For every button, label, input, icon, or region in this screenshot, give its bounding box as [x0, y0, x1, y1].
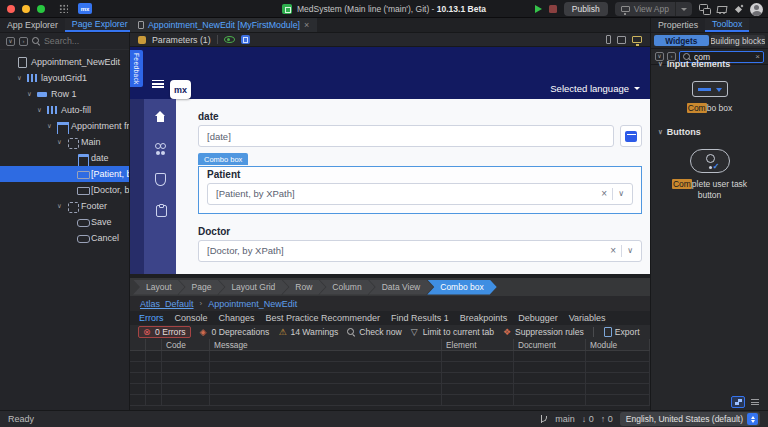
branch-name[interactable]: main: [555, 414, 575, 424]
tree-item[interactable]: Footer: [0, 198, 129, 214]
chevron-down-icon[interactable]: [26, 90, 33, 98]
user-avatar[interactable]: [750, 3, 763, 16]
phone-view-icon[interactable]: [606, 35, 611, 44]
explorer-tab[interactable]: Page Explorer: [65, 18, 135, 32]
language-selector[interactable]: Selected language: [550, 83, 640, 94]
tree-item[interactable]: date: [0, 150, 129, 166]
tree-item[interactable]: Appointment from page param: [0, 118, 129, 134]
tablet-view-icon[interactable]: [617, 36, 626, 44]
chevron-down-icon[interactable]: ∨: [627, 246, 633, 255]
collapse-all-icon[interactable]: ∨: [6, 37, 15, 46]
breadcrumb-chip[interactable]: Column: [319, 280, 374, 295]
column-header[interactable]: [130, 339, 146, 350]
xray-mode-icon[interactable]: [241, 35, 250, 44]
breadcrumb-chip[interactable]: Page: [179, 280, 225, 295]
chevron-down-icon[interactable]: ∨: [658, 128, 663, 136]
column-header[interactable]: [146, 339, 162, 350]
clipboard-icon[interactable]: [154, 204, 167, 216]
tree-item[interactable]: [Doctor, by Database]: [0, 182, 129, 198]
feedback-icon[interactable]: [699, 4, 710, 14]
list-view-toggle[interactable]: [748, 396, 762, 408]
toolbox-widget[interactable]: Complete user task button: [656, 139, 763, 207]
desktop-view-icon[interactable]: [632, 36, 642, 43]
filter-button[interactable]: Check now: [347, 327, 402, 337]
tree-item[interactable]: layoutGrid1: [0, 70, 129, 86]
chevron-down-icon[interactable]: ∨: [618, 189, 624, 198]
outgoing-commits[interactable]: ↑ 0: [601, 414, 613, 424]
column-header[interactable]: Module: [586, 339, 650, 350]
chevron-down-icon[interactable]: [16, 74, 23, 82]
tree-item[interactable]: Cancel: [0, 230, 129, 246]
people-icon[interactable]: [154, 142, 167, 154]
language-select[interactable]: English, United States (default): [620, 412, 760, 426]
tree-item[interactable]: Main: [0, 134, 129, 150]
feedback-tab[interactable]: Feedback: [130, 50, 143, 87]
filter-button[interactable]: Export: [593, 327, 640, 337]
publish-button[interactable]: Publish: [564, 2, 608, 16]
shield-icon[interactable]: [154, 173, 167, 185]
chevron-down-icon[interactable]: [36, 106, 43, 114]
stop-button[interactable]: [549, 5, 557, 13]
chevron-down-icon[interactable]: [56, 202, 63, 210]
view-app-button[interactable]: View App: [615, 2, 692, 16]
dock-tab[interactable]: Variables: [569, 313, 606, 323]
toolbox-subtab[interactable]: Widgets: [654, 35, 709, 46]
tree-item[interactable]: Appointment_NewEdit: [0, 54, 129, 70]
chevron-down-icon[interactable]: [46, 122, 53, 130]
document-tab[interactable]: Appointment_NewEdit [MyFirstModule] ×: [130, 18, 317, 32]
close-window-button[interactable]: [7, 5, 15, 13]
filter-button[interactable]: Limit to current tab: [411, 327, 494, 337]
tree-item[interactable]: Row 1: [0, 86, 129, 102]
chevron-down-icon[interactable]: ∨: [658, 60, 663, 68]
preview-eye-icon[interactable]: [224, 36, 235, 43]
breadcrumb-chip[interactable]: Layout: [133, 280, 185, 295]
clear-icon[interactable]: ×: [601, 188, 607, 199]
column-header[interactable]: Element: [442, 339, 514, 350]
grid-view-toggle[interactable]: [731, 396, 745, 408]
panel-tab[interactable]: Properties: [651, 18, 705, 32]
home-icon[interactable]: [154, 111, 167, 123]
close-tab-icon[interactable]: ×: [304, 20, 309, 30]
dock-tab[interactable]: Errors: [139, 313, 164, 323]
breadcrumb-chip[interactable]: Layout Grid: [218, 280, 288, 295]
dock-tab[interactable]: Console: [175, 313, 208, 323]
dock-tab[interactable]: Debugger: [518, 313, 558, 323]
patient-combobox[interactable]: [Patient, by XPath] ×∨: [207, 183, 633, 205]
app-launcher-icon[interactable]: [59, 4, 68, 13]
view-app-dropdown[interactable]: [675, 2, 692, 16]
filter-button[interactable]: 0 Deprecations: [200, 327, 270, 337]
dock-tab[interactable]: Find Results 1: [391, 313, 449, 323]
fullscreen-window-button[interactable]: [37, 5, 45, 13]
date-picker-button[interactable]: [620, 125, 642, 147]
filter-button[interactable]: 0 Errors: [138, 326, 191, 338]
tree-item[interactable]: Auto-fill: [0, 102, 129, 118]
layout-link[interactable]: Atlas_Default: [140, 299, 194, 309]
toolbox-widget[interactable]: Combo box: [656, 71, 763, 120]
explorer-search-input[interactable]: [44, 36, 123, 46]
dock-tab[interactable]: Best Practice Recommender: [266, 313, 381, 323]
minimize-window-button[interactable]: [22, 5, 30, 13]
breadcrumb-chip[interactable]: Row: [282, 280, 325, 295]
filter-button[interactable]: 14 Warnings: [278, 327, 338, 337]
doctor-combobox[interactable]: [Doctor, by XPath] ×∨: [198, 240, 642, 262]
page-link[interactable]: Appointment_NewEdit: [208, 299, 297, 309]
marketplace-icon[interactable]: [717, 5, 727, 14]
expand-all-icon[interactable]: ›: [19, 37, 28, 46]
breadcrumb-chip[interactable]: Data View: [369, 280, 434, 295]
run-button[interactable]: [535, 5, 542, 13]
ai-assist-icon[interactable]: [734, 5, 743, 14]
breadcrumb-chip[interactable]: Combo box: [427, 280, 496, 295]
tree-item[interactable]: Save: [0, 214, 129, 230]
filter-button[interactable]: Suppression rules: [503, 327, 584, 337]
column-header[interactable]: Code: [162, 339, 210, 350]
dock-tab[interactable]: Changes: [219, 313, 255, 323]
chevron-down-icon[interactable]: [56, 138, 63, 146]
parameters-button[interactable]: Parameters (1): [152, 35, 211, 45]
dock-tab[interactable]: Breakpoints: [460, 313, 508, 323]
column-header[interactable]: Message: [210, 339, 442, 350]
date-input[interactable]: [date]: [198, 125, 614, 147]
incoming-commits[interactable]: ↓ 0: [582, 414, 594, 424]
clear-icon[interactable]: ×: [610, 245, 616, 256]
column-header[interactable]: Document: [514, 339, 586, 350]
explorer-tab[interactable]: App Explorer: [0, 18, 65, 32]
